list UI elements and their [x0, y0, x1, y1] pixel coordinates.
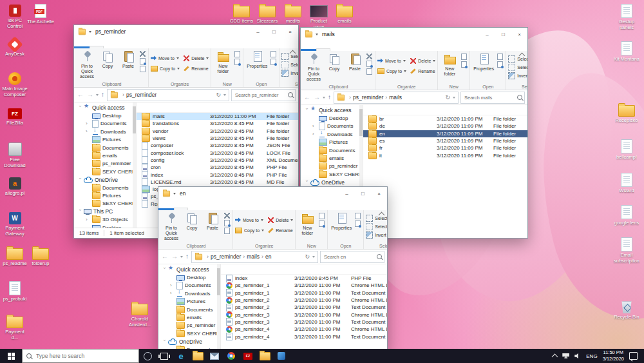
- address-dropdown-icon[interactable]: [223, 94, 226, 96]
- sidebar-item[interactable]: › Quick access: [158, 266, 220, 273]
- invert-selection-button[interactable]: Invert selection: [508, 72, 527, 79]
- recent-locations-icon[interactable]: [323, 97, 325, 99]
- file-row[interactable]: config 3/12/2020 8:45 PM XML Document: [137, 157, 298, 164]
- pin-to-quick-access-button[interactable]: Pin to Quick access: [304, 52, 323, 83]
- sidebar-item[interactable]: › This PC: [74, 208, 136, 215]
- file-row[interactable]: ps_reminder_1 3/12/2020 11:00 PM Text Do…: [221, 289, 387, 297]
- sidebar-item[interactable]: SEXY CHERRY: [74, 168, 136, 175]
- desktop-shortcut[interactable]: Email subscription: [613, 236, 640, 264]
- expander-chevron-icon[interactable]: ›: [77, 106, 82, 110]
- sidebar-item[interactable]: › 3D Objects: [74, 215, 136, 223]
- expander-chevron-icon[interactable]: ›: [77, 177, 82, 182]
- sidebar-item[interactable]: Desktop: [158, 273, 220, 281]
- desktop-shortcut[interactable]: bellcamp!: [613, 138, 640, 161]
- taskbar-app-button[interactable]: [223, 349, 240, 363]
- desktop-shortcut[interactable]: medits: [279, 3, 307, 25]
- taskbar-app-button[interactable]: [156, 349, 173, 363]
- file-row[interactable]: de 3/12/2020 11:09 PM File folder: [363, 123, 527, 130]
- breadcrumb-item[interactable]: › ps_reminder: [120, 92, 156, 98]
- hidden-icons-chevron-icon[interactable]: [552, 353, 558, 360]
- address-dropdown-icon[interactable]: [453, 97, 455, 99]
- move-to-button[interactable]: Move to: [235, 215, 264, 225]
- file-row[interactable]: mails 3/12/2020 11:00 PM File folder: [137, 113, 298, 120]
- file-row[interactable]: fr 3/12/2020 11:09 PM File folder: [363, 144, 527, 152]
- rename-button[interactable]: Rename: [184, 63, 209, 74]
- sidebar-item[interactable]: › OneDrive: [74, 176, 136, 184]
- history-icon[interactable]: [497, 61, 503, 68]
- rename-button[interactable]: Rename: [268, 225, 293, 235]
- sidebar-item[interactable]: ps_reminder: [74, 160, 136, 168]
- file-row[interactable]: index 3/12/2020 8:45 PM PHP File: [221, 275, 387, 282]
- desktop-shortcut[interactable]: folderup: [27, 245, 54, 267]
- desktop-shortcut[interactable]: Recycle Bin: [613, 299, 640, 320]
- close-button[interactable]: ×: [511, 28, 527, 41]
- sidebar-item[interactable]: Documents: [74, 144, 136, 152]
- sidebar-item[interactable]: Desktop: [301, 114, 363, 122]
- back-button[interactable]: ←: [77, 92, 84, 98]
- file-row[interactable]: translations 3/12/2020 8:45 PM File fold…: [137, 120, 298, 127]
- expander-chevron-icon[interactable]: ›: [312, 132, 317, 137]
- paste-button[interactable]: Paste: [345, 52, 365, 83]
- sidebar-item[interactable]: Pictures: [158, 298, 220, 306]
- expander-chevron-icon[interactable]: ›: [170, 291, 175, 296]
- up-button[interactable]: ↑: [100, 92, 105, 98]
- file-row[interactable]: ps_reminder_2 3/12/2020 11:00 PM Text Do…: [221, 304, 387, 311]
- expander-chevron-icon[interactable]: ›: [86, 217, 90, 222]
- file-row[interactable]: ps_reminder_3 3/12/2020 11:00 PM Chrome …: [221, 311, 387, 318]
- paste-shortcut-icon[interactable]: [366, 68, 372, 75]
- refresh-icon[interactable]: ↻: [216, 92, 221, 98]
- address-bar[interactable]: › ps_reminder ↻: [107, 89, 229, 101]
- address-dropdown-icon[interactable]: [312, 256, 315, 258]
- taskbar-app-button[interactable]: [139, 349, 156, 363]
- maximize-button[interactable]: □: [495, 28, 511, 41]
- new-item-icon[interactable]: [319, 213, 325, 219]
- sidebar-item[interactable]: emails: [158, 313, 220, 321]
- expander-chevron-icon[interactable]: ›: [77, 210, 82, 214]
- maximize-button[interactable]: □: [266, 25, 282, 38]
- easy-access-icon[interactable]: [461, 61, 467, 68]
- file-row[interactable]: ps_reminder_4 3/12/2020 11:00 PM Chrome …: [221, 326, 387, 333]
- taskbar-app-button[interactable]: [256, 349, 273, 363]
- open-icon[interactable]: [497, 54, 503, 60]
- sidebar-item[interactable]: › Downloads: [301, 130, 363, 138]
- desktop-shortcut[interactable]: Idk PC Control: [1, 3, 28, 29]
- up-button[interactable]: ↑: [185, 253, 189, 260]
- sidebar-item[interactable]: Desktop: [74, 112, 136, 119]
- sidebar-item[interactable]: SEXY CHERRY: [301, 170, 363, 178]
- file-row[interactable]: br 3/12/2020 11:09 PM File folder: [363, 115, 527, 123]
- copy-button[interactable]: Copy: [98, 50, 117, 80]
- quick-access-toolbar-dropdown-icon[interactable]: [173, 193, 176, 195]
- select-none-button[interactable]: Select none: [281, 61, 298, 68]
- taskbar-app-button[interactable]: [189, 349, 206, 363]
- open-icon[interactable]: [355, 213, 361, 219]
- delete-button[interactable]: Delete: [184, 53, 209, 63]
- expander-chevron-icon[interactable]: ›: [162, 339, 167, 344]
- sidebar-item[interactable]: › Quick access: [74, 104, 136, 112]
- search-input[interactable]: [234, 92, 286, 99]
- sidebar-item[interactable]: › OneDrive: [158, 338, 220, 346]
- sidebar-item[interactable]: Pictures: [74, 136, 136, 144]
- select-none-button[interactable]: Select none: [508, 64, 527, 71]
- search-box[interactable]: [320, 251, 384, 263]
- quick-access-toolbar-dropdown-icon[interactable]: [316, 34, 318, 35]
- recent-locations-icon[interactable]: [96, 94, 99, 96]
- search-input[interactable]: [323, 253, 375, 260]
- copy-button[interactable]: Copy: [182, 211, 202, 242]
- sidebar-item[interactable]: Desktop: [74, 224, 136, 228]
- desktop-shortcut[interactable]: ps_readme: [1, 245, 28, 267]
- desktop-shortcut[interactable]: Kit Montana: [613, 40, 640, 63]
- desktop-shortcut[interactable]: Sieczcars: [254, 3, 281, 25]
- maximize-button[interactable]: □: [355, 187, 371, 200]
- refresh-icon[interactable]: ↻: [305, 253, 310, 260]
- taskbar-app-button[interactable]: [273, 349, 290, 363]
- sidebar-item[interactable]: SEXY CHERRY: [158, 329, 220, 337]
- sidebar-item[interactable]: SEXY CHERRY: [74, 200, 136, 208]
- forward-button[interactable]: →: [313, 94, 321, 101]
- breadcrumb-item[interactable]: › ps_reminder: [347, 94, 383, 101]
- cut-icon[interactable]: [140, 51, 146, 57]
- copy-to-button[interactable]: Copy to: [151, 63, 180, 74]
- file-row[interactable]: views 3/12/2020 8:45 PM File folder: [137, 135, 298, 142]
- desktop-shortcut[interactable]: Main Image Composer: [1, 71, 28, 97]
- file-row[interactable]: ps_reminder_3 3/12/2020 11:00 PM Text Do…: [221, 319, 387, 326]
- action-center-icon[interactable]: [629, 352, 638, 360]
